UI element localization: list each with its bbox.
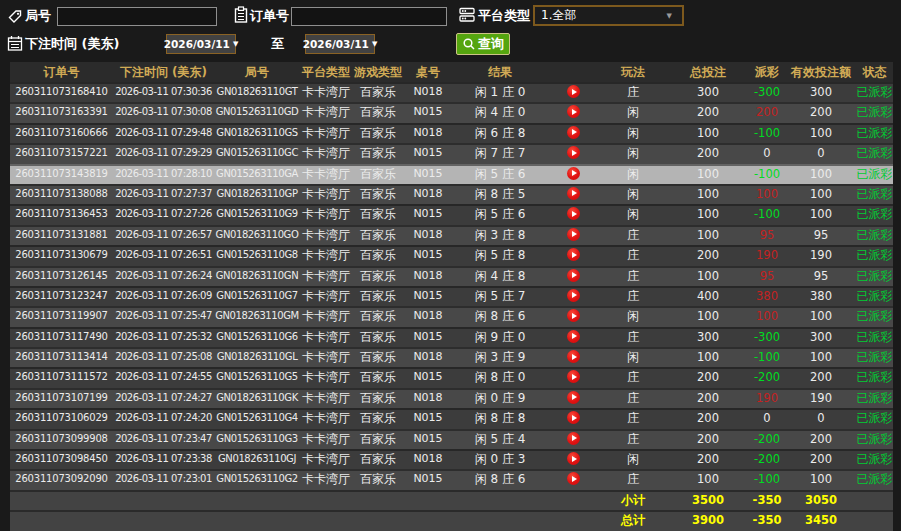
play-button[interactable] [567,472,580,485]
totals-cell [856,490,893,510]
totals-cell: 3500 [668,490,748,510]
play-icon [572,129,577,135]
table-row[interactable]: 2603110731071992026-03-11 07:24:27GN0182… [10,388,893,408]
play-button[interactable] [567,350,580,363]
table-row[interactable]: 2603110731606662026-03-11 07:29:48GN0182… [10,123,893,143]
cell-valid: 0 [786,143,856,163]
play-button[interactable] [567,248,580,261]
cell-table-no: N015 [404,245,452,265]
play-button[interactable] [567,167,580,180]
replay-cell [548,449,598,469]
table-row[interactable]: 2603110731684102026-03-11 07:30:36GN0182… [10,82,893,102]
table-row[interactable]: 2603110731306792026-03-11 07:26:51GN0152… [10,245,893,265]
cell-time: 2026-03-11 07:30:08 [113,102,214,122]
cell-table-no: N015 [404,164,452,184]
cell-order: 260311073113414 [10,347,113,367]
cell-game-type: 百家乐 [352,225,404,245]
table-row[interactable]: 2603110731318812026-03-11 07:26:57GN0182… [10,225,893,245]
replay-cell [548,102,598,122]
table-row[interactable]: 2603110731572212026-03-11 07:29:29GN0152… [10,143,893,163]
play-button[interactable] [567,330,580,343]
chevron-down-icon: ▼ [233,40,238,48]
table-row[interactable]: 2603110731261452026-03-11 07:26:24GN0182… [10,266,893,286]
cell-valid: 190 [786,245,856,265]
cell-status: 已派彩 [856,225,893,245]
cell-game-type: 百家乐 [352,286,404,306]
table-row[interactable]: 2603110730984502026-03-11 07:23:38GN0182… [10,449,893,469]
game-no-input[interactable] [57,7,217,26]
cell-time: 2026-03-11 07:23:38 [113,449,214,469]
cell-table-no: N018 [404,123,452,143]
cell-status: 已派彩 [856,327,893,347]
cell-total: 200 [668,408,748,428]
play-button[interactable] [567,187,580,200]
play-button[interactable] [567,269,580,282]
play-button[interactable] [567,207,580,220]
replay-cell [548,164,598,184]
table-row[interactable]: 2603110731438192026-03-11 07:28:10GN0152… [10,164,893,184]
table-row[interactable]: 2603110731199072026-03-11 07:25:47GN0182… [10,306,893,326]
play-button[interactable] [567,146,580,159]
cell-play: 庄 [598,367,668,387]
table-row[interactable]: 2603110731134142026-03-11 07:25:08GN0182… [10,347,893,367]
play-button[interactable] [567,289,580,302]
column-header: 桌号 [404,62,452,82]
cell-result: 闲 8 庄 0 [452,367,548,387]
table-row[interactable]: 2603110731364532026-03-11 07:27:26GN0152… [10,204,893,224]
cell-payout: -300 [748,327,786,347]
table-row[interactable]: 2603110730920902026-03-11 07:23:01GN0152… [10,469,893,489]
cell-time: 2026-03-11 07:27:37 [113,184,214,204]
cell-game-no: GN018263110GN [214,266,300,286]
totals-cell: -350 [748,510,786,530]
cell-order: 260311073092090 [10,469,113,489]
cell-order: 260311073136453 [10,204,113,224]
play-button[interactable] [567,432,580,445]
play-button[interactable] [567,391,580,404]
cell-status: 已派彩 [856,245,893,265]
cell-valid: 100 [786,469,856,489]
table-row[interactable]: 2603110731380882026-03-11 07:27:37GN0182… [10,184,893,204]
play-button[interactable] [567,452,580,465]
play-button[interactable] [567,105,580,118]
cell-order: 260311073126145 [10,266,113,286]
cell-platform: 卡卡湾厅 [300,286,352,306]
search-button[interactable]: 查询 [456,33,510,55]
cell-play: 闲 [598,164,668,184]
table-row[interactable]: 2603110731633912026-03-11 07:30:08GN0152… [10,102,893,122]
cell-payout: -100 [748,347,786,367]
table-row[interactable]: 2603110731174902026-03-11 07:25:32GN0152… [10,327,893,347]
play-button[interactable] [567,309,580,322]
cell-status: 已派彩 [856,449,893,469]
table-row[interactable]: 2603110731232472026-03-11 07:26:09GN0152… [10,286,893,306]
totals-cell [548,490,598,510]
cell-table-no: N018 [404,306,452,326]
grand-total-row: 总计3900-3503450 [10,510,893,530]
cell-game-no: GN015263110G6 [214,327,300,347]
cell-payout: -100 [748,469,786,489]
cell-play: 闲 [598,347,668,367]
cell-payout: -100 [748,123,786,143]
play-button[interactable] [567,228,580,241]
order-no-input[interactable] [291,7,447,26]
play-button[interactable] [567,126,580,139]
replay-cell [548,408,598,428]
cell-result: 闲 5 庄 6 [452,164,548,184]
play-button[interactable] [567,411,580,424]
table-row[interactable]: 2603110731115722026-03-11 07:24:55GN0152… [10,367,893,387]
replay-cell [548,306,598,326]
cell-result: 闲 5 庄 7 [452,286,548,306]
platform-select[interactable]: 1.全部 ▼ [533,5,684,26]
date-to-picker[interactable]: 2026/03/11 ▼ [305,34,375,54]
cell-total: 100 [668,266,748,286]
cell-order: 260311073119907 [10,306,113,326]
cell-table-no: N015 [404,327,452,347]
date-from-picker[interactable]: 2026/03/11 ▼ [166,34,236,54]
totals-cell [404,510,452,530]
cell-result: 闲 3 庄 9 [452,347,548,367]
table-row[interactable]: 2603110730999082026-03-11 07:23:47GN0152… [10,429,893,449]
table-row[interactable]: 2603110731060292026-03-11 07:24:20GN0152… [10,408,893,428]
search-button-label: 查询 [478,35,504,53]
cell-table-no: N015 [404,102,452,122]
play-button[interactable] [567,85,580,98]
play-button[interactable] [567,370,580,383]
